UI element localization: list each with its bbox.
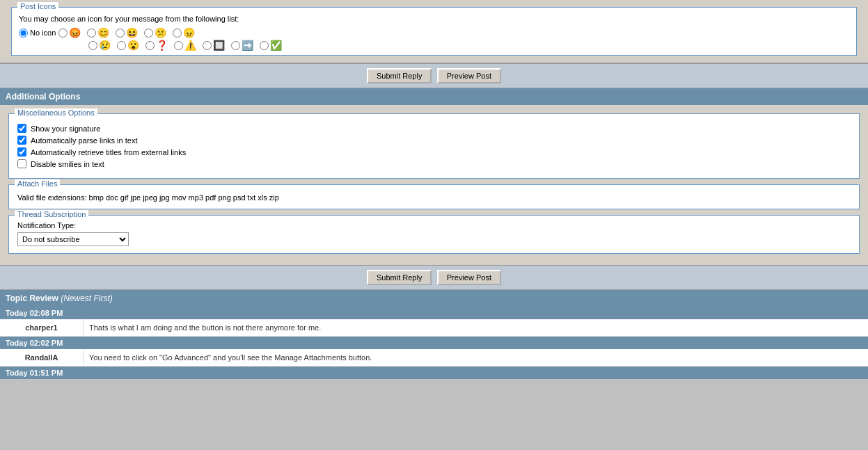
parse-links-checkbox[interactable]: [17, 136, 26, 145]
icon-option-3[interactable]: 😆: [116, 27, 137, 38]
submit-reply-button-bottom[interactable]: Submit Reply: [367, 270, 432, 285]
sad-icon: 😢: [99, 40, 110, 51]
post-icons-fieldset: Post Icons You may choose an icon for yo…: [11, 7, 857, 56]
wow-icon: 😮: [127, 40, 139, 51]
submit-reply-button-top[interactable]: Submit Reply: [367, 68, 432, 83]
mad-icon: 😠: [183, 27, 194, 38]
icon4-radio[interactable]: [144, 29, 153, 38]
topic-review-title: Topic Review: [6, 294, 58, 303]
icon-option-10[interactable]: 🔲: [203, 40, 224, 51]
icon6-radio[interactable]: [88, 41, 97, 50]
show-signature-label: Show your signature: [31, 124, 100, 133]
icon-option-4[interactable]: 😕: [144, 27, 166, 38]
icons-line-1: No icon 😡 😊: [19, 27, 849, 38]
disable-smilies-label: Disable smilies in text: [31, 160, 104, 168]
icon-option-1[interactable]: 😡: [58, 27, 80, 38]
icon7-radio[interactable]: [117, 41, 126, 50]
icon8-radio[interactable]: [145, 41, 155, 50]
post-row-0: charper1 Thats is what I am doing and th…: [0, 319, 868, 337]
icon-option-6[interactable]: 😢: [88, 40, 110, 51]
icon10-radio[interactable]: [203, 41, 212, 50]
bottom-button-bar: Submit Reply Preview Post: [0, 266, 868, 290]
retrieve-titles-row: Automatically retrieve titles from exter…: [17, 147, 851, 156]
attach-files-fieldset: Attach Files Valid file extensions: bmp …: [8, 184, 860, 209]
time-row-2: Today 01:51 PM: [0, 367, 868, 379]
notification-type-label: Notification Type:: [17, 221, 851, 230]
thread-subscription-fieldset: Thread Subscription Notification Type: D…: [8, 215, 860, 254]
top-button-bar: Submit Reply Preview Post: [0, 64, 868, 88]
parse-links-row: Automatically parse links in text: [17, 136, 851, 145]
post-icons-description: You may choose an icon for your message …: [19, 15, 849, 23]
post-content-0: Thats is what I am doing and the button …: [84, 319, 868, 336]
icon-option-5[interactable]: 😠: [173, 27, 194, 38]
time-row-1: Today 02:02 PM: [0, 337, 868, 349]
retrieve-titles-label: Automatically retrieve titles from exter…: [31, 148, 186, 156]
angry-icon: 😡: [69, 27, 80, 38]
icon12-radio[interactable]: [260, 41, 269, 50]
post-row-1: RandallA You need to click on "Go Advanc…: [0, 349, 868, 367]
icons-line-2: 😢 😮 ❓ ⚠️: [19, 40, 849, 51]
topic-review-subtitle: (Newest First): [61, 294, 113, 303]
notification-select[interactable]: Do not subscribe Instant email notificat…: [17, 232, 129, 246]
additional-options-title: Additional Options: [6, 92, 80, 102]
parse-links-label: Automatically parse links in text: [31, 136, 137, 145]
icon-option-12[interactable]: ✅: [260, 40, 281, 51]
post-icons-legend: Post Icons: [17, 2, 58, 10]
laugh-icon: 😆: [126, 27, 137, 38]
time-row-0: Today 02:08 PM: [0, 307, 868, 319]
smile-icon: 😊: [97, 27, 109, 38]
thread-sub-legend: Thread Subscription: [15, 210, 88, 218]
additional-options-header: Additional Options: [0, 88, 868, 105]
attach-files-text: Valid file extensions: bmp doc gif jpe j…: [17, 193, 851, 202]
additional-options-body: Miscellaneous Options Show your signatur…: [0, 105, 868, 266]
icon5-radio[interactable]: [173, 29, 182, 38]
post-icons-section: Post Icons You may choose an icon for yo…: [0, 0, 868, 64]
icon-option-8[interactable]: ❓: [145, 40, 167, 51]
preview-post-button-top[interactable]: Preview Post: [437, 68, 501, 83]
arrow-icon: ➡️: [242, 40, 253, 51]
misc-options-legend: Miscellaneous Options: [15, 109, 97, 117]
retrieve-titles-checkbox[interactable]: [17, 147, 26, 156]
icon11-radio[interactable]: [231, 41, 240, 50]
post-content-1: You need to click on "Go Advanced" and y…: [84, 349, 868, 366]
no-icon-option[interactable]: No icon: [19, 29, 56, 38]
misc-options-fieldset: Miscellaneous Options Show your signatur…: [8, 113, 860, 179]
icons-grid: No icon 😡 😊: [19, 27, 849, 51]
icon1-radio[interactable]: [58, 29, 68, 38]
preview-post-button-bottom[interactable]: Preview Post: [437, 270, 501, 285]
disable-smilies-row: Disable smilies in text: [17, 159, 851, 168]
page-wrapper: Post Icons You may choose an icon for yo…: [0, 0, 868, 379]
square-icon: 🔲: [213, 40, 224, 51]
disable-smilies-checkbox[interactable]: [17, 159, 26, 168]
icon-option-7[interactable]: 😮: [117, 40, 139, 51]
question-icon: ❓: [156, 40, 167, 51]
confused-icon: 😕: [155, 27, 166, 38]
icon-option-11[interactable]: ➡️: [231, 40, 253, 51]
username-1: RandallA: [0, 349, 84, 366]
attach-files-legend: Attach Files: [15, 179, 60, 188]
topic-review-header: Topic Review (Newest First): [0, 290, 868, 307]
icon2-radio[interactable]: [87, 29, 96, 38]
username-0: charper1: [0, 319, 84, 336]
no-icon-label: No icon: [30, 29, 56, 37]
icon3-radio[interactable]: [116, 29, 125, 38]
show-signature-row: Show your signature: [17, 124, 851, 133]
icon-option-2[interactable]: 😊: [87, 27, 109, 38]
icon9-radio[interactable]: [174, 41, 183, 50]
warning-icon: ⚠️: [184, 40, 196, 51]
icon-option-9[interactable]: ⚠️: [174, 40, 196, 51]
no-icon-radio[interactable]: [19, 29, 28, 38]
show-signature-checkbox[interactable]: [17, 124, 26, 133]
check-icon: ✅: [270, 40, 281, 51]
